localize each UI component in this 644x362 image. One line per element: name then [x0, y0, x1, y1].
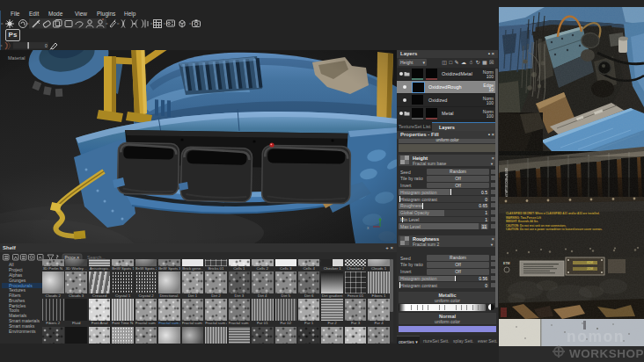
svg-text:nomon: nomon [567, 328, 625, 345]
svg-text:α: α [26, 22, 29, 25]
svg-text:α: α [106, 22, 108, 25]
svg-text:Material: Material [8, 55, 26, 61]
svg-text:0: 0 [45, 43, 48, 48]
svg-text:WORKSHOP: WORKSHOP [569, 347, 644, 360]
svg-text:α: α [1, 22, 4, 25]
svg-text:α: α [189, 22, 192, 25]
svg-text:α: α [150, 22, 153, 25]
svg-text:α: α [117, 22, 120, 25]
svg-text:α: α [164, 22, 166, 25]
